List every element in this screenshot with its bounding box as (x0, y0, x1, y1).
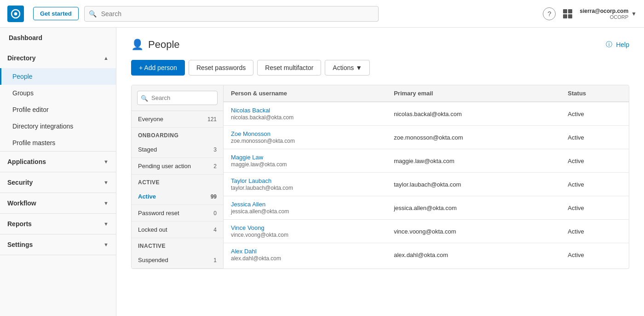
user-info-text: sierra@ocorp.com OCORP (580, 8, 628, 20)
filter-row-pending[interactable]: Pending user action 2 (132, 158, 223, 175)
person-username: zoe.monosson@okta.com (231, 138, 295, 144)
sidebar-item-label-profile-editor: Profile editor (12, 106, 49, 113)
table-cell-email: maggie.law@okta.com (386, 149, 560, 173)
filter-pending-count: 2 (213, 163, 217, 170)
sidebar-item-groups[interactable]: Groups (0, 85, 116, 101)
filter-search-icon: 🔍 (141, 94, 148, 101)
table-row: Alex Dahl alex.dahl@okta.com alex.dahl@o… (224, 243, 629, 267)
directory-chevron-icon: ▲ (104, 55, 109, 61)
table-cell-person: Vince Voong vince.voong@okta.com (224, 220, 386, 243)
person-name-link[interactable]: Zoe Monosson (231, 130, 379, 137)
sidebar-item-profile-masters[interactable]: Profile masters (0, 135, 116, 151)
person-username: vince.voong@okta.com (231, 232, 288, 238)
sidebar-item-label-profile-masters: Profile masters (12, 139, 55, 146)
settings-chevron-icon: ▼ (104, 242, 109, 247)
person-username: nicolas.backal@okta.com (231, 114, 293, 121)
status-badge: Active (568, 158, 584, 164)
table-cell-status: Active (560, 243, 629, 267)
filter-onboarding-section: Onboarding (132, 128, 223, 141)
person-username: taylor.laubach@okta.com (231, 185, 293, 191)
user-menu-chevron-icon: ▼ (631, 11, 637, 17)
table-cell-status: Active (560, 220, 629, 243)
sidebar-section-header-directory[interactable]: Directory ▲ (0, 48, 116, 68)
grid-icon[interactable] (563, 9, 572, 18)
filter-row-password-reset[interactable]: Password reset 0 (132, 205, 223, 222)
svg-point-1 (14, 12, 17, 15)
sidebar-section-label-applications: Applications (7, 158, 46, 165)
table-row: Vince Voong vince.voong@okta.com vince.v… (224, 220, 629, 243)
okta-logo (7, 6, 24, 22)
filter-row-suspended[interactable]: Suspended 1 (132, 252, 223, 269)
user-info[interactable]: sierra@ocorp.com OCORP ▼ (580, 8, 637, 20)
workflow-chevron-icon: ▼ (104, 200, 109, 206)
filter-row-active[interactable]: Active 99 (132, 188, 223, 205)
get-started-button[interactable]: Get started (33, 7, 79, 20)
table-cell-status: Active (560, 102, 629, 126)
status-badge: Active (568, 181, 584, 188)
sidebar-item-label-people: People (12, 73, 33, 80)
sidebar-section-label-settings: Settings (7, 241, 33, 248)
sidebar-section-header-reports[interactable]: Reports ▼ (0, 214, 116, 234)
table-cell-person: Maggie Law maggie.law@okta.com (224, 149, 386, 173)
table-cell-email: jessica.allen@okta.com (386, 196, 560, 220)
person-name-link[interactable]: Taylor Laubach (231, 177, 379, 184)
filter-row-staged[interactable]: Staged 3 (132, 141, 223, 158)
reset-multifactor-button[interactable]: Reset multifactor (257, 60, 321, 76)
page-title-row: 👤 People (131, 39, 180, 51)
sidebar-section-header-workflow[interactable]: Workflow ▼ (0, 193, 116, 213)
table-cell-person: Taylor Laubach taylor.laubach@okta.com (224, 173, 386, 196)
col-email: Primary email (386, 85, 560, 102)
sidebar-section-label-workflow: Workflow (7, 199, 36, 207)
actions-chevron-icon: ▼ (356, 64, 362, 71)
sidebar-section-header-security[interactable]: Security ▼ (0, 172, 116, 193)
table-row: Taylor Laubach taylor.laubach@okta.com t… (224, 173, 629, 196)
status-badge: Active (568, 111, 584, 117)
sidebar-item-label-groups: Groups (12, 89, 34, 97)
table-row: Jessica Allen jessica.allen@okta.com jes… (224, 196, 629, 220)
table-cell-email: alex.dahl@okta.com (386, 243, 560, 267)
sidebar-section-header-applications[interactable]: Applications ▼ (0, 152, 116, 172)
filter-staged-count: 3 (213, 146, 217, 153)
reports-chevron-icon: ▼ (104, 221, 109, 227)
action-buttons: + Add person Reset passwords Reset multi… (131, 60, 629, 76)
table-cell-person: Nicolas Backal nicolas.backal@okta.com (224, 102, 386, 126)
filter-active-label: Active (138, 193, 156, 200)
people-area: 🔍 Everyone 121 Onboarding Staged 3 Pendi… (131, 85, 629, 269)
sidebar-item-profile-editor[interactable]: Profile editor (0, 101, 116, 118)
sidebar-section-label-directory: Directory (7, 54, 35, 62)
sidebar-item-dashboard[interactable]: Dashboard (0, 28, 116, 48)
help-circle-icon[interactable]: ? (543, 7, 556, 20)
top-search-input[interactable] (84, 6, 379, 22)
person-name-link[interactable]: Vince Voong (231, 224, 379, 231)
sidebar-section-header-settings[interactable]: Settings ▼ (0, 234, 116, 255)
table-row: Maggie Law maggie.law@okta.com maggie.la… (224, 149, 629, 173)
people-page-icon: 👤 (131, 39, 144, 51)
person-name-link[interactable]: Jessica Allen (231, 201, 379, 208)
filter-row-locked-out[interactable]: Locked out 4 (132, 222, 223, 238)
table-cell-status: Active (560, 173, 629, 196)
page-header: 👤 People ⓘ Help (131, 39, 629, 51)
person-name-link[interactable]: Nicolas Backal (231, 107, 379, 114)
filter-row-everyone[interactable]: Everyone 121 (132, 111, 223, 128)
user-email: sierra@ocorp.com (580, 8, 628, 14)
people-table-wrapper: Person & username Primary email Status N… (224, 85, 629, 269)
help-link[interactable]: ⓘ Help (606, 41, 629, 49)
actions-label: Actions (333, 64, 354, 71)
person-name-link[interactable]: Alex Dahl (231, 248, 379, 255)
person-name-link[interactable]: Maggie Law (231, 154, 379, 161)
reset-passwords-button[interactable]: Reset passwords (189, 60, 253, 76)
sidebar-item-directory-integrations[interactable]: Directory integrations (0, 118, 116, 135)
sidebar: Dashboard Directory ▲ People Groups Prof… (0, 28, 116, 316)
filter-inactive-section: Inactive (132, 238, 223, 252)
add-person-button[interactable]: + Add person (131, 60, 185, 76)
main-content: 👤 People ⓘ Help + Add person Reset passw… (116, 28, 644, 316)
filter-everyone-label: Everyone (138, 116, 163, 123)
okta-logo-box (7, 6, 24, 22)
table-cell-person: Zoe Monosson zoe.monosson@okta.com (224, 126, 386, 149)
col-person: Person & username (224, 85, 386, 102)
filter-password-reset-count: 0 (213, 210, 217, 217)
filter-search-input[interactable] (137, 91, 218, 105)
sidebar-item-people[interactable]: People (0, 68, 116, 85)
help-link-label: Help (616, 41, 629, 48)
actions-button[interactable]: Actions ▼ (325, 60, 370, 76)
